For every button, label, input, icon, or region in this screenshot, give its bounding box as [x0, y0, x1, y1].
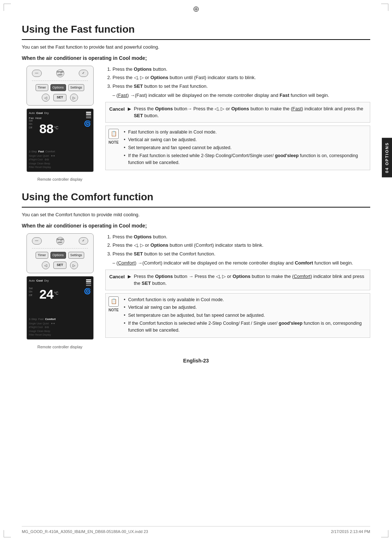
fast-display-heat: Heat: [35, 116, 41, 120]
comfort-note-icon-area: 📋 NOTE: [109, 296, 119, 313]
fast-note-4: If the Fast function is selected while 2…: [124, 152, 366, 166]
fast-mode-row: 2-Step Fast Comfort: [29, 149, 91, 153]
fast-display-bars: [86, 112, 91, 118]
comfort-dnight-icons: ⊙⊙: [45, 325, 49, 329]
fast-remote-single-user: Singleuser: [56, 69, 64, 77]
fast-content-row: — Singleuser ✓ Timer Options Settings: [22, 66, 370, 183]
comfort-remote-minus: —: [32, 237, 42, 245]
comfort-cancel-box: Cancel ▶ Press the Options button → Pres…: [105, 270, 370, 290]
fast-section-desc: You can set the Fast function to provide…: [22, 44, 370, 51]
fast-display-auto: Auto: [29, 111, 35, 115]
comfort-display-bars: [86, 279, 91, 286]
fast-left-labels: Set On Off: [29, 119, 33, 130]
comfort-single: Single User Quiet: [29, 322, 49, 326]
comfort-timer-btn: Timer: [36, 252, 48, 259]
fast-remote-top: — Singleuser ✓ Timer Options Settings: [26, 66, 94, 106]
fast-small-row2: d'Night Cool ⊙⊙: [29, 158, 91, 162]
target-icon-top: ⊕: [193, 3, 199, 15]
comfort-step-3: Press the SET button to set the Comfort …: [113, 250, 370, 258]
comfort-wind-icon: 🌀: [84, 287, 91, 296]
comfort-set-btn: SET: [53, 262, 66, 269]
corner-mark-tr: [381, 4, 388, 11]
fast-note-1: Fast function is only available in Cool …: [124, 129, 366, 136]
comfort-section-desc: You can set the Comfort function to prov…: [22, 211, 370, 218]
comfort-remote-row2: Timer Options Settings: [36, 252, 84, 259]
fast-step-3: Press the SET button to set the Fast fun…: [113, 83, 370, 90]
comfort-display-bottom: 2-Step Fast Comfort Single User Quiet ⁕⁕…: [29, 317, 91, 337]
fast-mode-fast: Fast: [38, 149, 44, 153]
page-number: English-23: [22, 357, 370, 365]
comfort-remote-check: ✓: [79, 237, 88, 245]
fast-display-icons: 🌀: [84, 112, 91, 128]
comfort-note-icon: 📋: [109, 296, 119, 307]
fast-note-2: Vertical air swing can be adjusted.: [124, 136, 366, 143]
fast-remote-caption: Remote controller display: [37, 176, 82, 183]
fast-remote-wrapper: — Singleuser ✓ Timer Options Settings: [22, 66, 98, 183]
comfort-note-box: 📋 NOTE Comfort function is only availabl…: [105, 293, 370, 338]
fast-bar2: [86, 114, 91, 115]
fast-label-on: On: [29, 122, 33, 126]
fast-mode-comfort: Comfort: [45, 149, 55, 153]
fast-temp-value: 88: [39, 123, 53, 136]
fast-single: Single User Quiet: [29, 154, 49, 158]
comfort-small-row4: Filter Reset Display: [29, 333, 91, 337]
comfort-display-dry: Dry: [44, 279, 49, 283]
corner-mark-bl: [4, 530, 11, 537]
fast-set-btn: SET: [53, 94, 66, 101]
fast-bar1: [86, 112, 91, 113]
fast-dnight-icons: ⊙⊙: [45, 158, 49, 162]
comfort-note-2: Vertical air swing can be adjusted.: [124, 304, 366, 311]
fast-step-2: Press the ◁, ▷ or Options button until (…: [113, 74, 370, 81]
comfort-steps: Press the Options button. Press the ◁, ▷…: [105, 233, 370, 267]
fast-display-cool: Cool: [36, 111, 43, 115]
fast-remote-single-user-btn: Singleuser: [56, 69, 64, 77]
fast-section-title: Using the Fast function: [22, 22, 370, 40]
fast-wind-icon: 🌀: [84, 119, 91, 128]
fast-note-icon: 📋: [109, 129, 119, 139]
comfort-quiet-icons: ⁕⁕: [51, 322, 55, 326]
fast-temp-row: 88 °C: [39, 123, 91, 136]
fast-cancel-box: Cancel ▶ Press the Options button→ Press…: [105, 102, 370, 123]
comfort-left-btn: ◁: [42, 261, 50, 269]
comfort-mode-2step: 2-Step: [29, 317, 37, 321]
comfort-bar2: [86, 281, 91, 282]
comfort-remote-divider: [32, 248, 88, 249]
fast-bar3: [86, 115, 91, 116]
corner-mark-br: [381, 530, 388, 537]
comfort-cancel-arrow: ▶: [128, 273, 131, 280]
fast-left-col: — Singleuser ✓ Timer Options Settings: [22, 66, 98, 183]
comfort-mode-row: 2-Step Fast Comfort: [29, 317, 91, 321]
fast-right-col: Press the Options button. Press the ◁, ▷…: [105, 66, 370, 183]
fast-right-btn: ▷: [70, 94, 78, 102]
fast-note-box: 📋 NOTE Fast function is only available i…: [105, 126, 370, 171]
fast-remote-minus: —: [32, 70, 42, 77]
comfort-remote-row1: — Singleuser ✓: [29, 237, 91, 245]
fast-bar4: [86, 117, 91, 118]
comfort-small-row3: Usage Clean Beep: [29, 329, 91, 333]
fast-display-top2: Fan Heat: [29, 116, 91, 120]
fast-options-btn: Options: [50, 84, 66, 91]
comfort-function-section: Using the Comfort function You can set t…: [22, 189, 370, 350]
comfort-display-cool: Cool: [36, 279, 43, 283]
fast-small-row1: Single User Quiet ⁕⁕: [29, 154, 91, 158]
corner-mark-tl: [4, 4, 11, 11]
comfort-section-title: Using the Comfort function: [22, 189, 370, 208]
fast-note-label: NOTE: [109, 140, 119, 145]
comfort-display-top: Auto Cool Dry: [29, 279, 91, 283]
comfort-subsection-title: When the air conditioner is operating in…: [22, 222, 370, 230]
comfort-options-btn: Options: [50, 252, 66, 259]
fast-timer-btn: Timer: [36, 84, 48, 91]
comfort-settings-btn: Settings: [68, 252, 85, 259]
comfort-small-row2: d'Night Cool ⊙⊙: [29, 325, 91, 329]
fast-note-icon-area: 📋 NOTE: [109, 129, 119, 145]
comfort-label-on: On: [29, 290, 33, 294]
fast-filter: Filter Reset Display: [29, 165, 51, 169]
fast-cancel-label: Cancel: [109, 105, 125, 113]
fast-display-dry: Dry: [44, 111, 49, 115]
fast-steps: Press the Options button. Press the ◁, ▷…: [105, 66, 370, 99]
comfort-dnight: d'Night Cool: [29, 325, 43, 329]
fast-cancel-text: Press the Options button→ Press the ◁, ▷…: [134, 105, 366, 119]
fast-remote-row1: — Singleuser ✓: [29, 69, 91, 77]
comfort-filter: Filter Reset Display: [29, 333, 51, 337]
comfort-label-set: Set: [29, 287, 33, 290]
